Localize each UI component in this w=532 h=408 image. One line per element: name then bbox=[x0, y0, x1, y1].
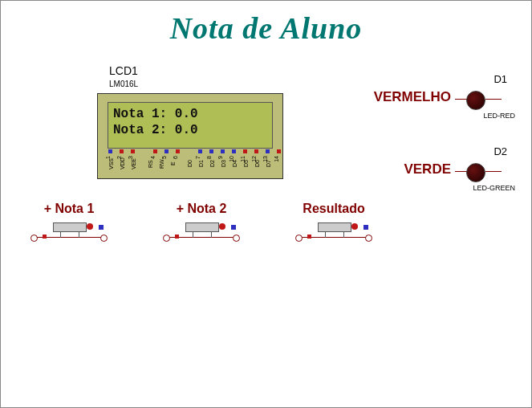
pinnum-1: 1 bbox=[105, 156, 116, 159]
pinnum-4: 4 bbox=[150, 156, 161, 159]
pinnum-10: 10 bbox=[229, 156, 240, 162]
pinnum-8: 8 bbox=[206, 156, 217, 159]
led-d1-row: D1 VERMELHO LED-RED bbox=[363, 73, 515, 129]
lcd-ref-text: LCD1 bbox=[109, 64, 138, 77]
pinnum-13: 13 bbox=[262, 156, 274, 162]
pinnum-9: 9 bbox=[217, 156, 229, 159]
button-nota2-label: + Nota 2 bbox=[149, 202, 254, 216]
pinnum-2: 2 bbox=[116, 156, 128, 159]
button-nota1-label: + Nota 1 bbox=[17, 202, 121, 216]
lcd-model-text: LM016L bbox=[109, 80, 138, 88]
pinnum-14: 14 bbox=[274, 156, 285, 162]
lcd-component: LCD1 LM016L Nota 1: 0.0 Nota 2: 0.0 VSS … bbox=[97, 65, 283, 179]
pinnum-6: 6 bbox=[173, 156, 184, 159]
led-d2-type: LED-GREEN bbox=[473, 184, 515, 192]
buttons-row: + Nota 1 + Nota 2 Resultado bbox=[17, 202, 386, 245]
button-nota2[interactable] bbox=[165, 221, 238, 245]
pinnum-11: 11 bbox=[240, 156, 251, 162]
button-nota1-group: + Nota 1 bbox=[17, 202, 121, 245]
lcd-pin-connections: 1 2 3 4 5 6 7 8 9 10 11 12 13 14 bbox=[105, 149, 285, 165]
led-green-icon bbox=[455, 163, 495, 181]
led-d1-type: LED-RED bbox=[483, 112, 515, 120]
button-resultado[interactable] bbox=[298, 221, 370, 245]
page-title: Nota de Aluno bbox=[1, 10, 531, 46]
led-red-icon bbox=[455, 91, 495, 108]
lcd-reference: LCD1 LM016L bbox=[109, 65, 283, 90]
lcd-line2: Nota 2: 0.0 bbox=[113, 123, 198, 137]
led-d2-row: D2 VERDE LED-GREEN bbox=[363, 145, 515, 202]
led-d1-ref: D1 bbox=[493, 73, 507, 85]
pinnum-12: 12 bbox=[251, 156, 262, 162]
pinnum-7: 7 bbox=[195, 156, 206, 159]
lcd-body: Nota 1: 0.0 Nota 2: 0.0 VSS VDD VEE RS R… bbox=[97, 93, 283, 179]
led-verde-label: VERDE bbox=[363, 161, 451, 177]
button-nota1[interactable] bbox=[33, 221, 105, 245]
pinnum-5: 5 bbox=[161, 156, 173, 159]
button-nota2-group: + Nota 2 bbox=[149, 202, 254, 245]
led-section: D1 VERMELHO LED-RED D2 VERDE LED-GREEN bbox=[363, 73, 515, 218]
led-d2-ref: D2 bbox=[493, 145, 507, 157]
pinnum-3: 3 bbox=[128, 156, 139, 159]
led-vermelho-label: VERMELHO bbox=[363, 89, 451, 105]
lcd-screen: Nota 1: 0.0 Nota 2: 0.0 bbox=[108, 102, 273, 149]
lcd-line1: Nota 1: 0.0 bbox=[113, 107, 198, 121]
